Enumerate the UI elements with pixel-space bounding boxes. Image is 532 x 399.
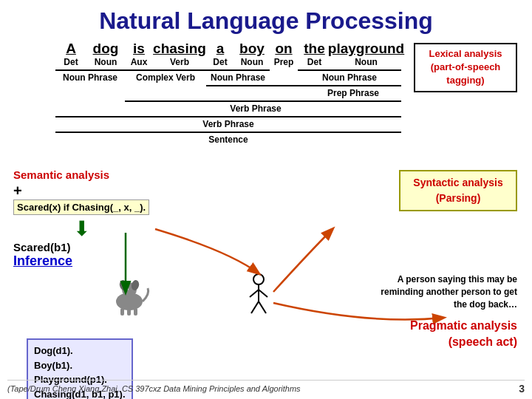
- prep-phrase: Prep Phrase: [206, 85, 401, 98]
- scared-b1-result: Scared(b1): [13, 241, 149, 253]
- word-playground: playground Noun: [331, 41, 401, 67]
- noun-phrase-2: Noun Phrase: [206, 69, 270, 83]
- syntactic-analysis-box: Syntactic analysis (Parsing): [399, 170, 517, 211]
- footer-right: 3: [519, 383, 525, 395]
- semantic-analysis-title: Semantic analysis: [13, 168, 149, 181]
- word-a2: a Det: [206, 41, 234, 67]
- svg-rect-5: [127, 308, 131, 316]
- inference-label: Inference: [13, 253, 149, 269]
- footer: (Tape/Drum Cheng Xiang Zhai, CS 397cxz D…: [7, 380, 525, 395]
- svg-rect-4: [120, 308, 124, 316]
- svg-rect-6: [134, 308, 137, 316]
- svg-line-13: [251, 301, 259, 313]
- chasing-formula: Scared(x) if Chasing(_, x, _).: [13, 200, 149, 215]
- sentence-label: Sentence: [55, 132, 401, 145]
- plus-sign: +: [13, 183, 149, 200]
- noun-phrase-3: Noun Phrase: [298, 69, 401, 83]
- svg-line-14: [259, 301, 266, 313]
- noun-phrase-1: Noun Phrase: [55, 69, 125, 83]
- word-on: on Prep: [270, 41, 298, 67]
- svg-point-8: [126, 288, 128, 290]
- dog-illustration: [107, 273, 151, 318]
- word-chasing: chasing Verb: [153, 41, 206, 67]
- svg-point-9: [253, 274, 264, 284]
- stick-figure-illustration: [244, 273, 273, 318]
- svg-line-11: [250, 290, 259, 297]
- word-the: the Det: [298, 41, 331, 67]
- verb-phrase-1: Verb Phrase: [125, 100, 401, 114]
- person-saying-text: A person saying this may be reminding an…: [381, 273, 517, 310]
- verb-phrase-2: Verb Phrase: [55, 116, 401, 129]
- footer-left: (Tape/Drum Cheng Xiang Zhai, CS 397cxz D…: [7, 384, 301, 393]
- semantic-analysis-section: Semantic analysis Dog(d1). Boy(b1). Play…: [13, 168, 149, 269]
- word-dog: dog Noun: [86, 41, 125, 67]
- svg-line-12: [259, 290, 267, 297]
- word-a: A Det: [55, 41, 86, 67]
- lexical-analysis-box: Lexical analysis (part-of-speech tagging…: [414, 43, 517, 92]
- page-title: Natural Language Processing: [15, 7, 517, 35]
- word-is: is Aux: [125, 41, 153, 67]
- pragmatic-analysis-box: Pragmatic analysis (speech act): [384, 318, 517, 351]
- down-arrow-icon: ⬇: [13, 216, 149, 241]
- complex-verb: Complex Verb: [125, 69, 206, 83]
- word-boy: boy Noun: [234, 41, 270, 67]
